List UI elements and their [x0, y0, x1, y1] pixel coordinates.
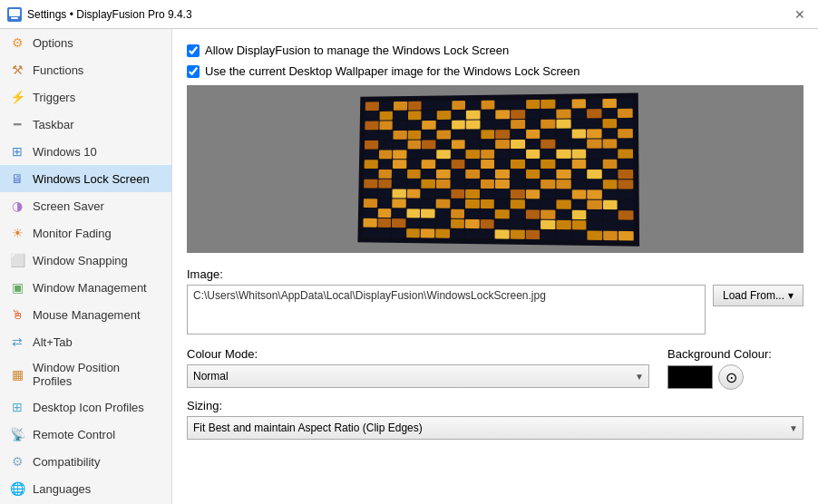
content-area: Allow DisplayFusion to manage the Window…: [172, 29, 818, 504]
sidebar-label-languages: Languages: [33, 482, 91, 496]
close-button[interactable]: ✕: [789, 4, 811, 25]
sidebar-label-compat: Compatibility: [33, 455, 100, 469]
sidebar: ⚙ Options ⚒ Functions ⚡ Triggers ━ Taskb…: [0, 29, 172, 504]
checkbox-label-2: Use the current Desktop Wallpaper image …: [205, 64, 580, 78]
sidebar-label-windowslockscreen: Windows Lock Screen: [33, 172, 150, 186]
colour-sizing-row: Colour Mode: NormalGrayscaleSepia ▼ Back…: [187, 347, 803, 390]
checkbox-label-1: Allow DisplayFusion to manage the Window…: [205, 44, 509, 57]
taskbar-icon: ━: [9, 116, 25, 132]
image-label: Image:: [187, 267, 803, 281]
windowsnapping-icon: ⬜: [9, 252, 25, 268]
sidebar-label-windowpos: Window Position Profiles: [33, 361, 162, 388]
load-from-button[interactable]: Load From... ▾: [713, 285, 803, 306]
sidebar-item-options[interactable]: ⚙ Options: [0, 29, 171, 56]
checkbox-use-wallpaper[interactable]: [187, 65, 200, 78]
sidebar-item-taskbar[interactable]: ━ Taskbar: [0, 111, 171, 138]
sidebar-label-windowsnapping: Window Snapping: [33, 254, 128, 267]
sidebar-label-remote: Remote Control: [33, 428, 115, 441]
sizing-label: Sizing:: [187, 399, 803, 412]
load-from-label: Load From...: [723, 289, 784, 302]
sidebar-label-mousemgmt: Mouse Management: [33, 308, 141, 322]
monitorfading-icon: ☀: [9, 225, 25, 241]
app-icon: [7, 7, 22, 22]
colour-swatch[interactable]: [667, 365, 713, 389]
sidebar-item-screensaver[interactable]: ◑ Screen Saver: [0, 192, 171, 219]
options-icon: ⚙: [9, 34, 25, 51]
sizing-select[interactable]: Fit Best and maintain Aspect Ratio (Clip…: [187, 416, 803, 440]
sidebar-label-functions: Functions: [33, 63, 83, 77]
colour-mode-group: Colour Mode: NormalGrayscaleSepia ▼: [187, 347, 649, 388]
sidebar-item-windowpos[interactable]: ▦ Window Position Profiles: [0, 355, 171, 393]
sidebar-item-desktopicon[interactable]: ⊞ Desktop Icon Profiles: [0, 393, 171, 421]
sidebar-item-windowslockscreen[interactable]: 🖥 Windows Lock Screen: [0, 165, 171, 192]
sidebar-item-windows10[interactable]: ⊞ Windows 10: [0, 138, 171, 165]
sidebar-label-triggers: Triggers: [33, 91, 75, 104]
windowpos-icon: ▦: [9, 366, 25, 383]
sidebar-label-desktopicon: Desktop Icon Profiles: [33, 401, 144, 414]
background-colour-group: Background Colour: ⊙: [667, 347, 803, 390]
sidebar-label-monitorfading: Monitor Fading: [33, 227, 112, 240]
title-bar: Settings • DisplayFusion Pro 9.4.3 ✕: [0, 0, 818, 29]
preview-image: [357, 92, 639, 246]
title-text: Settings • DisplayFusion Pro 9.4.3: [27, 8, 192, 21]
preview-container: [187, 85, 803, 253]
sidebar-label-windows10: Windows 10: [33, 145, 97, 159]
image-path-container: Load From... ▾: [187, 285, 803, 334]
sidebar-item-remote[interactable]: 📡 Remote Control: [0, 421, 171, 448]
checkbox-row-2: Use the current Desktop Wallpaper image …: [187, 64, 803, 78]
load-from-section: Load From... ▾: [713, 285, 803, 334]
colour-mode-wrapper: NormalGrayscaleSepia ▼: [187, 364, 649, 388]
remote-icon: 📡: [9, 426, 25, 442]
sidebar-label-screensaver: Screen Saver: [33, 199, 104, 213]
sidebar-label-windowmgmt: Window Management: [33, 281, 147, 295]
triggers-icon: ⚡: [9, 89, 25, 105]
compat-icon: ⚙: [9, 453, 25, 470]
sidebar-item-mousemgmt[interactable]: 🖱 Mouse Management: [0, 301, 171, 328]
windows10-icon: ⊞: [9, 143, 25, 160]
svg-rect-2: [11, 17, 18, 19]
main-container: ⚙ Options ⚒ Functions ⚡ Triggers ━ Taskb…: [0, 29, 818, 504]
sidebar-item-windowsnapping[interactable]: ⬜ Window Snapping: [0, 247, 171, 274]
windowmgmt-icon: ▣: [9, 279, 25, 296]
sidebar-label-options: Options: [33, 36, 73, 50]
colour-mode-select[interactable]: NormalGrayscaleSepia: [187, 364, 649, 388]
sidebar-item-languages[interactable]: 🌐 Languages: [0, 475, 171, 502]
sizing-section: Sizing: Fit Best and maintain Aspect Rat…: [187, 399, 803, 440]
bg-colour-controls: ⊙: [667, 364, 803, 390]
windowslockscreen-icon: 🖥: [9, 170, 25, 187]
functions-icon: ⚒: [9, 62, 25, 78]
sidebar-label-taskbar: Taskbar: [33, 118, 74, 131]
colour-wheel-button[interactable]: ⊙: [718, 364, 744, 390]
sidebar-item-windowmgmt[interactable]: ▣ Window Management: [0, 274, 171, 301]
image-path-input[interactable]: [187, 285, 706, 334]
svg-rect-1: [9, 9, 20, 16]
load-from-dropdown-arrow: ▾: [788, 289, 794, 302]
checkbox-manage-lockscreen[interactable]: [187, 44, 200, 57]
languages-icon: 🌐: [9, 480, 25, 497]
alttab-icon: ⇄: [9, 334, 25, 350]
sidebar-item-monitorfading[interactable]: ☀ Monitor Fading: [0, 219, 171, 247]
sidebar-item-alttab[interactable]: ⇄ Alt+Tab: [0, 328, 171, 355]
checkbox-row-1: Allow DisplayFusion to manage the Window…: [187, 44, 803, 57]
sizing-wrapper: Fit Best and maintain Aspect Ratio (Clip…: [187, 416, 803, 440]
sidebar-item-triggers[interactable]: ⚡ Triggers: [0, 83, 171, 111]
sidebar-item-compat[interactable]: ⚙ Compatibility: [0, 448, 171, 475]
sidebar-item-functions[interactable]: ⚒ Functions: [0, 56, 171, 83]
mousemgmt-icon: 🖱: [9, 306, 25, 323]
colour-mode-label: Colour Mode:: [187, 347, 649, 361]
sidebar-label-alttab: Alt+Tab: [33, 335, 73, 349]
background-colour-label: Background Colour:: [667, 347, 803, 361]
desktopicon-icon: ⊞: [9, 399, 25, 415]
screensaver-icon: ◑: [9, 198, 25, 214]
